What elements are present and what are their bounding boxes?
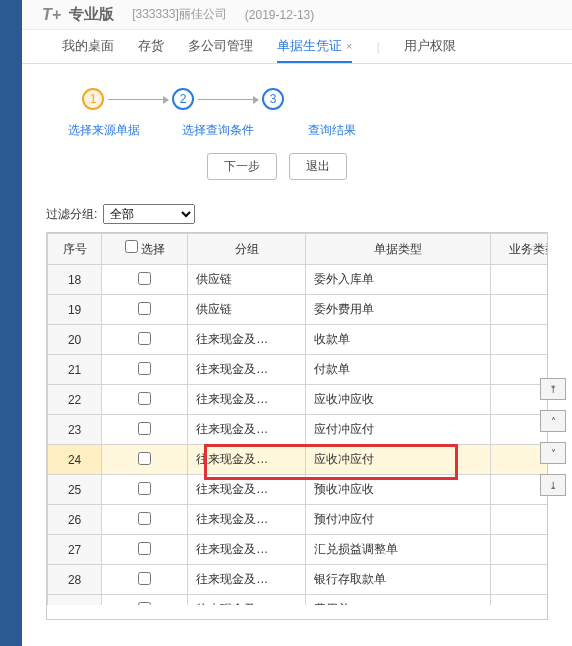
cell-type: 银行存取款单 bbox=[306, 565, 491, 595]
cell-type: 应收冲应付 bbox=[306, 445, 491, 475]
cell-select bbox=[102, 265, 188, 295]
table-scroll[interactable]: 序号 选择 分组 单据类型 业务类型 18供应链委外入库单19供应链委外费用单2… bbox=[47, 233, 547, 605]
main-area: T+ 专业版 [333333]丽佳公司 (2019-12-13) 我的桌面存货多… bbox=[22, 0, 572, 646]
tab-separator: | bbox=[376, 39, 379, 54]
cell-type: 委外费用单 bbox=[306, 295, 491, 325]
cell-select bbox=[102, 505, 188, 535]
tab-2[interactable]: 多公司管理 bbox=[188, 30, 253, 63]
filter-select[interactable]: 全部 bbox=[103, 204, 195, 224]
nav-bottom-button[interactable]: ⤓ bbox=[540, 474, 566, 496]
step-1: 1 bbox=[82, 88, 104, 110]
table-row[interactable]: 18供应链委外入库单 bbox=[48, 265, 548, 295]
select-all-checkbox[interactable] bbox=[125, 240, 138, 253]
table-row[interactable]: 28往来现金及…银行存取款单 bbox=[48, 565, 548, 595]
cell-type: 汇兑损益调整单 bbox=[306, 535, 491, 565]
cell-seq: 28 bbox=[48, 565, 102, 595]
row-checkbox[interactable] bbox=[138, 542, 151, 555]
col-header-group[interactable]: 分组 bbox=[188, 234, 306, 265]
cell-seq: 26 bbox=[48, 505, 102, 535]
arrow-icon bbox=[108, 99, 168, 100]
cell-biz bbox=[490, 325, 547, 355]
table-row[interactable]: 24往来现金及…应收冲应付 bbox=[48, 445, 548, 475]
nav-down-button[interactable]: ˅ bbox=[540, 442, 566, 464]
row-checkbox[interactable] bbox=[138, 362, 151, 375]
edition-label: 专业版 bbox=[69, 5, 114, 24]
cell-seq: 18 bbox=[48, 265, 102, 295]
cell-group: 往来现金及… bbox=[188, 325, 306, 355]
cell-biz bbox=[490, 295, 547, 325]
table-row[interactable]: 23往来现金及…应付冲应付 bbox=[48, 415, 548, 445]
app-header: T+ 专业版 [333333]丽佳公司 (2019-12-13) bbox=[22, 0, 572, 30]
row-checkbox[interactable] bbox=[138, 302, 151, 315]
col-header-select[interactable]: 选择 bbox=[102, 234, 188, 265]
row-checkbox[interactable] bbox=[138, 332, 151, 345]
cell-group: 往来现金及… bbox=[188, 565, 306, 595]
table-container: 序号 选择 分组 单据类型 业务类型 18供应链委外入库单19供应链委外费用单2… bbox=[46, 232, 548, 620]
cell-type: 收款单 bbox=[306, 325, 491, 355]
tab-0[interactable]: 我的桌面 bbox=[62, 30, 114, 63]
horizontal-scrollbar[interactable] bbox=[47, 605, 547, 621]
nav-top-button[interactable]: ⤒ bbox=[540, 378, 566, 400]
row-checkbox[interactable] bbox=[138, 482, 151, 495]
cell-select bbox=[102, 475, 188, 505]
next-button[interactable]: 下一步 bbox=[207, 153, 277, 180]
step-2-label: 选择查询条件 bbox=[176, 122, 260, 139]
step-1-label: 选择来源单据 bbox=[62, 122, 146, 139]
table-row[interactable]: 26往来现金及…预付冲应付 bbox=[48, 505, 548, 535]
table-row[interactable]: 29往来现金及…费用单 bbox=[48, 595, 548, 606]
cell-select bbox=[102, 445, 188, 475]
cell-group: 往来现金及… bbox=[188, 535, 306, 565]
table-row[interactable]: 22往来现金及…应收冲应收 bbox=[48, 385, 548, 415]
exit-button[interactable]: 退出 bbox=[289, 153, 347, 180]
cell-select bbox=[102, 295, 188, 325]
cell-group: 往来现金及… bbox=[188, 415, 306, 445]
row-checkbox[interactable] bbox=[138, 272, 151, 285]
cell-biz bbox=[490, 595, 547, 606]
cell-select bbox=[102, 595, 188, 606]
cell-select bbox=[102, 325, 188, 355]
cell-select bbox=[102, 415, 188, 445]
row-checkbox[interactable] bbox=[138, 602, 151, 606]
step-3: 3 bbox=[262, 88, 284, 110]
cell-seq: 25 bbox=[48, 475, 102, 505]
tab-close-icon[interactable]: × bbox=[346, 40, 352, 52]
table-row[interactable]: 21往来现金及…付款单 bbox=[48, 355, 548, 385]
cell-biz bbox=[490, 445, 547, 475]
cell-seq: 20 bbox=[48, 325, 102, 355]
cell-type: 应收冲应收 bbox=[306, 385, 491, 415]
cell-seq: 27 bbox=[48, 535, 102, 565]
table-row[interactable]: 27往来现金及…汇兑损益调整单 bbox=[48, 535, 548, 565]
table-row[interactable]: 20往来现金及…收款单 bbox=[48, 325, 548, 355]
table-row[interactable]: 19供应链委外费用单 bbox=[48, 295, 548, 325]
nav-up-button[interactable]: ˄ bbox=[540, 410, 566, 432]
cell-biz bbox=[490, 505, 547, 535]
tab-3[interactable]: 单据生凭证× bbox=[277, 30, 352, 63]
cell-seq: 24 bbox=[48, 445, 102, 475]
cell-seq: 23 bbox=[48, 415, 102, 445]
cell-type: 预付冲应付 bbox=[306, 505, 491, 535]
col-header-biz[interactable]: 业务类型 bbox=[490, 234, 547, 265]
row-checkbox[interactable] bbox=[138, 572, 151, 585]
cell-group: 往来现金及… bbox=[188, 595, 306, 606]
cell-type: 预收冲应收 bbox=[306, 475, 491, 505]
cell-group: 往来现金及… bbox=[188, 355, 306, 385]
logo: T+ bbox=[42, 6, 61, 24]
cell-group: 供应链 bbox=[188, 295, 306, 325]
row-checkbox[interactable] bbox=[138, 422, 151, 435]
table-row[interactable]: 25往来现金及…预收冲应收 bbox=[48, 475, 548, 505]
row-checkbox[interactable] bbox=[138, 452, 151, 465]
col-header-type[interactable]: 单据类型 bbox=[306, 234, 491, 265]
row-checkbox[interactable] bbox=[138, 392, 151, 405]
cell-group: 往来现金及… bbox=[188, 445, 306, 475]
wizard-steps: 1 2 3 bbox=[22, 64, 572, 116]
step-1-circle: 1 bbox=[82, 88, 104, 110]
cell-type: 付款单 bbox=[306, 355, 491, 385]
tab-4[interactable]: 用户权限 bbox=[404, 30, 456, 63]
row-checkbox[interactable] bbox=[138, 512, 151, 525]
tab-1[interactable]: 存货 bbox=[138, 30, 164, 63]
cell-type: 委外入库单 bbox=[306, 265, 491, 295]
filter-row: 过滤分组: 全部 bbox=[22, 198, 572, 232]
col-header-seq[interactable]: 序号 bbox=[48, 234, 102, 265]
select-header-label: 选择 bbox=[141, 242, 165, 256]
cell-seq: 19 bbox=[48, 295, 102, 325]
